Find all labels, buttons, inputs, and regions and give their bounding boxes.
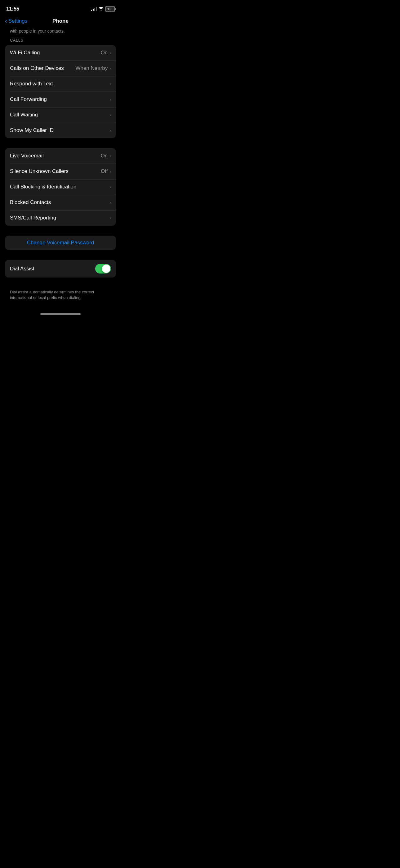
call-forwarding-label: Call Forwarding: [10, 96, 47, 102]
call-blocking-row[interactable]: Call Blocking & Identification ›: [5, 179, 116, 195]
respond-with-text-label: Respond with Text: [10, 81, 53, 87]
home-indicator: [0, 307, 121, 317]
dial-assist-group: Dial Assist: [5, 260, 116, 278]
home-bar: [40, 313, 80, 315]
respond-with-text-row[interactable]: Respond with Text ›: [5, 76, 116, 92]
chevron-icon: ›: [109, 128, 111, 133]
call-waiting-right: ›: [109, 113, 111, 117]
live-voicemail-value: On: [101, 153, 108, 159]
signal-icon: [91, 7, 97, 11]
silence-unknown-value: Off: [101, 168, 108, 175]
calls-other-devices-value: When Nearby: [75, 65, 108, 71]
sub-text: with people in your contacts.: [0, 27, 121, 38]
calls-other-devices-label: Calls on Other Devices: [10, 65, 64, 71]
call-blocking-right: ›: [109, 184, 111, 189]
show-caller-id-row[interactable]: Show My Caller ID ›: [5, 123, 116, 138]
chevron-icon: ›: [109, 113, 111, 117]
chevron-icon: ›: [109, 184, 111, 189]
sms-call-reporting-label: SMS/Call Reporting: [10, 215, 56, 221]
dial-assist-description: Dial assist automatically determines the…: [0, 287, 121, 307]
toggle-knob: [102, 265, 110, 273]
change-voicemail-group[interactable]: Change Voicemail Password: [5, 236, 116, 250]
chevron-icon: ›: [109, 81, 111, 86]
change-voicemail-password-button[interactable]: Change Voicemail Password: [5, 236, 116, 250]
back-chevron-icon: ‹: [5, 18, 7, 25]
call-waiting-row[interactable]: Call Waiting ›: [5, 107, 116, 123]
call-forwarding-right: ›: [109, 97, 111, 102]
calls-other-devices-row[interactable]: Calls on Other Devices When Nearby ›: [5, 61, 116, 76]
wifi-calling-row[interactable]: Wi-Fi Calling On ›: [5, 45, 116, 61]
chevron-icon: ›: [109, 169, 111, 174]
live-voicemail-row[interactable]: Live Voicemail On ›: [5, 148, 116, 164]
call-blocking-label: Call Blocking & Identification: [10, 184, 76, 190]
dial-assist-toggle[interactable]: [95, 264, 111, 274]
chevron-icon: ›: [109, 97, 111, 102]
status-time: 11:55: [6, 6, 19, 12]
call-forwarding-row[interactable]: Call Forwarding ›: [5, 92, 116, 107]
calls-section-label: CALLS: [0, 38, 121, 45]
show-caller-id-label: Show My Caller ID: [10, 127, 54, 133]
silence-unknown-row[interactable]: Silence Unknown Callers Off ›: [5, 164, 116, 179]
battery-icon: 89: [105, 6, 115, 12]
live-voicemail-label: Live Voicemail: [10, 153, 44, 159]
blocked-contacts-row[interactable]: Blocked Contacts ›: [5, 195, 116, 210]
status-icons: 89: [91, 6, 115, 12]
call-waiting-label: Call Waiting: [10, 112, 38, 118]
calls-settings-group: Wi-Fi Calling On › Calls on Other Device…: [5, 45, 116, 138]
chevron-icon: ›: [109, 153, 111, 158]
dial-assist-switch[interactable]: [95, 264, 111, 274]
live-voicemail-right: On ›: [101, 153, 111, 159]
wifi-icon: [99, 7, 104, 11]
wifi-calling-value: On: [101, 50, 108, 56]
chevron-icon: ›: [109, 66, 111, 71]
wifi-calling-right: On ›: [101, 50, 111, 56]
chevron-icon: ›: [109, 200, 111, 205]
status-bar: 11:55 89: [0, 0, 121, 16]
back-button[interactable]: ‹ Settings: [5, 18, 27, 25]
sms-call-reporting-row[interactable]: SMS/Call Reporting ›: [5, 210, 116, 226]
voicemail-settings-group: Live Voicemail On › Silence Unknown Call…: [5, 148, 116, 226]
silence-unknown-right: Off ›: [101, 168, 111, 175]
chevron-icon: ›: [109, 50, 111, 55]
sms-call-reporting-right: ›: [109, 215, 111, 220]
silence-unknown-label: Silence Unknown Callers: [10, 168, 69, 175]
dial-assist-row[interactable]: Dial Assist: [5, 260, 116, 278]
respond-with-text-right: ›: [109, 81, 111, 86]
dial-assist-label: Dial Assist: [10, 266, 34, 272]
chevron-icon: ›: [109, 215, 111, 220]
blocked-contacts-label: Blocked Contacts: [10, 199, 51, 206]
calls-other-devices-right: When Nearby ›: [75, 65, 111, 71]
navigation-bar: ‹ Settings Phone: [0, 16, 121, 27]
page-title: Phone: [53, 18, 69, 24]
show-caller-id-right: ›: [109, 128, 111, 133]
blocked-contacts-right: ›: [109, 200, 111, 205]
wifi-calling-label: Wi-Fi Calling: [10, 50, 40, 56]
back-label[interactable]: Settings: [8, 18, 27, 24]
